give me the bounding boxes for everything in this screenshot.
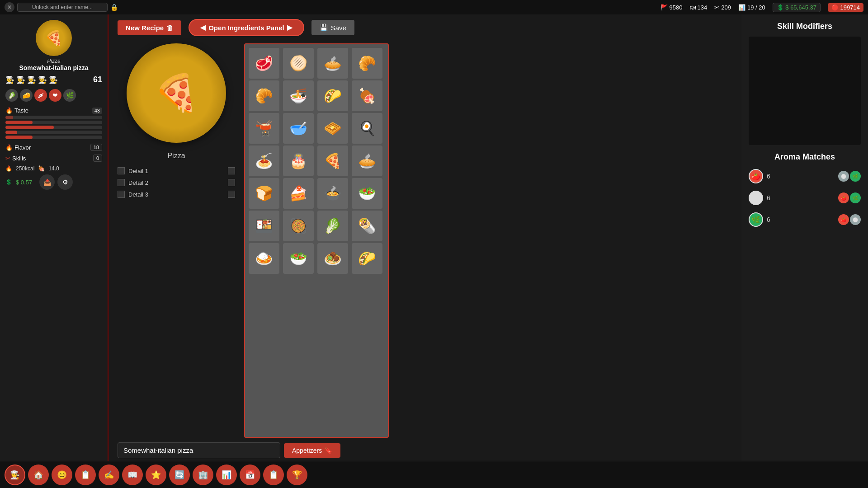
flavor-section: 🔥 Flavor 18 [5, 144, 102, 151]
aroma-sm-tomato-3: 🍅 [838, 214, 849, 225]
detail-row-1: Detail 1 [118, 167, 235, 174]
recipe-name-input[interactable] [118, 442, 280, 458]
nav-trophy-button[interactable]: 🏆 [287, 465, 307, 485]
flavor-icon: 🔥 [5, 144, 13, 151]
ingredient-cell-10[interactable]: 🧇 [317, 113, 348, 144]
aroma-sm-white-3: ⚪ [850, 214, 861, 225]
aroma-circle-tomato: 🍅 [749, 169, 763, 183]
taste-bar-fill-5 [5, 136, 33, 139]
nav-order-button[interactable]: ✍ [99, 465, 119, 485]
money-value: $ 65,645.37 [785, 4, 816, 11]
ingredient-icon-4: ❤ [49, 89, 61, 102]
ingredient-cell-25[interactable]: 🥗 [283, 243, 314, 274]
nav-star-button[interactable]: ⭐ [146, 465, 166, 485]
share-button[interactable]: 📤 [39, 174, 55, 190]
calories-value: 250kcal [16, 165, 34, 172]
category-button[interactable]: Appetizers 🔖 [284, 443, 340, 458]
detail-1-checkbox-left[interactable] [118, 167, 125, 174]
skills-row: ✂ Skills 0 [5, 155, 102, 162]
save-button[interactable]: 💾 Save [311, 20, 354, 35]
ingredient-cell-26[interactable]: 🧆 [317, 243, 348, 274]
flag-stat: 🚩 9580 [660, 4, 683, 11]
ingredient-cell-7[interactable]: 🍖 [352, 80, 382, 111]
scissors-count: 209 [721, 4, 731, 11]
ingredient-cell-22[interactable]: 🥬 [317, 211, 348, 241]
aroma-sm-tomato-2: 🍅 [838, 192, 849, 203]
chef-hat-icon-1: 👨‍🍳 [5, 75, 14, 84]
nav-chef-button[interactable]: 👨‍🍳 [5, 465, 25, 485]
ingredient-cell-6[interactable]: 🌮 [317, 80, 348, 111]
ingredient-cell-16[interactable]: 🍞 [249, 178, 279, 209]
nav-building-button[interactable]: 🏢 [193, 465, 213, 485]
open-ingredients-label: Open Ingredients Panel [208, 24, 284, 32]
detail-3-checkbox-right[interactable] [228, 191, 235, 198]
detail-2-checkbox-left[interactable] [118, 179, 125, 186]
ingredient-cell-19[interactable]: 🥗 [352, 178, 382, 209]
ingredient-cell-0[interactable]: 🥩 [249, 48, 279, 79]
nav-delivery-button[interactable]: 🔄 [169, 465, 190, 485]
taste-icon: 🔥 [5, 107, 13, 114]
ingredient-cell-24[interactable]: 🍛 [249, 243, 279, 274]
pizza-preview: 🍕 Pizza Somewhat-italian pizza [5, 20, 102, 71]
flavor-row: 🔥 Flavor 18 [5, 144, 102, 151]
bottom-nav: 👨‍🍳 🏠 😊 📋 ✍ 📖 ⭐ 🔄 🏢 📊 📅 📋 🏆 [0, 461, 868, 488]
ingredient-cell-18[interactable]: 🍲 [317, 178, 348, 209]
ingredient-icon-5: 🌿 [63, 89, 76, 102]
ingredient-cell-20[interactable]: 🍱 [249, 211, 279, 241]
detail-1-checkbox-right[interactable] [228, 167, 235, 174]
ingredient-cell-8[interactable]: 🫕 [249, 113, 279, 144]
skills-badge: 0 [93, 155, 102, 162]
red-currency-value: 199714 [840, 4, 860, 11]
aroma-match-icons-3: 🍅 ⚪ [838, 214, 861, 225]
detail-2-label: Detail 2 [128, 179, 224, 186]
detail-2-checkbox-right[interactable] [228, 179, 235, 186]
ingredient-icons-row: 🥬 🧀 🌶 ❤ 🌿 [5, 89, 102, 102]
aroma-circle-white [749, 191, 763, 205]
ingredient-cell-1[interactable]: 🫓 [283, 48, 314, 79]
scissors-stat: ✂ 209 [714, 4, 731, 11]
open-ingredients-button[interactable]: ◀ Open Ingredients Panel ▶ [189, 19, 304, 36]
taste-bar-fill-4 [5, 131, 17, 134]
nav-recipe-button[interactable]: 📖 [122, 465, 143, 485]
ingredient-cell-3[interactable]: 🥐 [352, 48, 382, 79]
aroma-row-2: 6 🍅 🌿 [749, 189, 861, 207]
category-label: Appetizers [292, 447, 322, 454]
ingredient-cell-15[interactable]: 🥧 [352, 145, 382, 176]
toolbar: New Recipe 🗑 ◀ Open Ingredients Panel ▶ … [118, 19, 732, 36]
nav-list-button[interactable]: 📋 [263, 465, 284, 485]
ingredients-grid: 🥩🫓🥧🥐🥐🍜🌮🍖🫕🥣🧇🍳🍝🎂🍕🥧🍞🍰🍲🥗🍱🥘🥬🌯🍛🥗🧆🌮 [249, 48, 384, 274]
ingredient-cell-9[interactable]: 🥣 [283, 113, 314, 144]
detail-3-checkbox-left[interactable] [118, 191, 125, 198]
name-input[interactable]: Unlock and enter name... [17, 3, 108, 12]
aroma-matches-section: 🍅 6 ⚪ 🌿 6 🍅 🌿 [749, 167, 861, 229]
close-button[interactable]: ✕ [5, 2, 14, 12]
ingredient-cell-21[interactable]: 🥘 [283, 211, 314, 241]
skills-section: ✂ Skills 0 [5, 155, 102, 162]
settings-button[interactable]: ⚙ [57, 174, 73, 190]
aroma-matches-title: Aroma Matches [749, 152, 861, 162]
nav-chart-button[interactable]: 📊 [216, 465, 237, 485]
aroma-circle-herb: 🌿 [749, 212, 763, 227]
ingredient-cell-11[interactable]: 🍳 [352, 113, 382, 144]
ingredient-cell-12[interactable]: 🍝 [249, 145, 279, 176]
ingredient-cell-27[interactable]: 🌮 [352, 243, 382, 274]
nav-home-button[interactable]: 🏠 [28, 465, 49, 485]
open-right-arrow-icon: ▶ [287, 23, 292, 32]
ingredient-icon-3: 🌶 [34, 89, 47, 102]
ingredient-cell-17[interactable]: 🍰 [283, 178, 314, 209]
ingredient-cell-13[interactable]: 🎂 [283, 145, 314, 176]
nav-menu-button[interactable]: 📋 [75, 465, 96, 485]
price-icon: 💲 [5, 179, 12, 185]
nav-calendar-button[interactable]: 📅 [240, 465, 260, 485]
new-recipe-button[interactable]: New Recipe 🗑 [118, 20, 181, 35]
ingredient-cell-2[interactable]: 🥧 [317, 48, 348, 79]
ingredient-cell-4[interactable]: 🥐 [249, 80, 279, 111]
ingredient-cell-23[interactable]: 🌯 [352, 211, 382, 241]
aroma-sm-white-1: ⚪ [838, 171, 849, 182]
aroma-count-1: 6 [767, 173, 776, 180]
chef-score: 61 [93, 75, 102, 84]
nav-face-button[interactable]: 😊 [52, 465, 72, 485]
weight-value: 14.0 [48, 165, 59, 172]
ingredient-cell-14[interactable]: 🍕 [317, 145, 348, 176]
ingredient-cell-5[interactable]: 🍜 [283, 80, 314, 111]
